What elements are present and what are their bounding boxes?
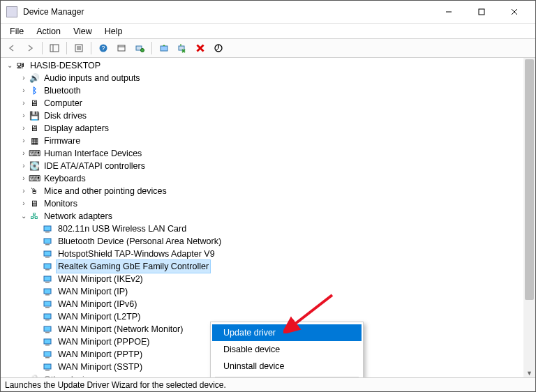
svg-rect-6 <box>75 45 82 52</box>
expander-icon[interactable]: › <box>19 197 29 210</box>
svg-rect-41 <box>44 352 51 356</box>
ctx-disable-device[interactable]: Disable device <box>212 341 362 358</box>
expander-icon[interactable]: ⌄ <box>5 59 15 72</box>
toolbar-separator <box>66 42 67 54</box>
tree-item-label: Disk drives <box>43 110 88 122</box>
hid-icon: ⌨ <box>29 148 40 159</box>
svg-line-19 <box>197 45 203 51</box>
tree-item-label: Realtek Gaming GbE Family Controller <box>57 260 210 273</box>
expander-icon[interactable]: › <box>19 160 29 172</box>
title-bar: Device Manager <box>1 1 535 23</box>
tree-category[interactable]: ›ᛒBluetooth <box>5 84 523 97</box>
svg-rect-33 <box>44 301 51 306</box>
help-button[interactable]: ? <box>95 40 112 56</box>
tree-device[interactable]: Bluetooth Device (Personal Area Network) <box>5 235 523 248</box>
expander-icon[interactable]: › <box>19 147 29 160</box>
bt-icon: ᛒ <box>29 85 40 96</box>
tree-item-label: Firmware <box>43 135 82 147</box>
tree-device[interactable]: Realtek Gaming GbE Family Controller <box>5 260 523 273</box>
svg-rect-17 <box>179 46 184 50</box>
svg-rect-16 <box>161 46 168 51</box>
expander-icon[interactable]: › <box>19 97 29 110</box>
network-adapter-icon <box>43 273 54 285</box>
status-bar: Launches the Update Driver Wizard for th… <box>1 377 535 391</box>
tree-item-label: HASIB-DESKTOP <box>29 59 102 72</box>
tree-category[interactable]: ›⌨Keyboards <box>5 172 523 185</box>
uninstall-device-button[interactable] <box>192 40 209 56</box>
network-adapter-icon <box>43 361 54 372</box>
toolbar-separator <box>42 42 43 54</box>
enable-device-button[interactable] <box>210 40 227 56</box>
tree-device[interactable]: WAN Miniport (IPv6) <box>5 298 523 310</box>
network-adapter-icon <box>43 248 54 259</box>
tree-root[interactable]: ⌄🖳HASIB-DESKTOP <box>5 59 523 72</box>
menu-view[interactable]: View <box>67 25 98 38</box>
forward-button[interactable] <box>22 40 38 56</box>
properties-button[interactable] <box>70 40 87 56</box>
tree-category[interactable]: ⌄🖧Network adapters <box>5 210 523 223</box>
toolbar-separator <box>151 42 152 54</box>
tree-category[interactable]: ›💽IDE ATA/ATAPI controllers <box>5 160 523 172</box>
tree-category[interactable]: ›💾Disk drives <box>5 110 523 122</box>
svg-rect-26 <box>45 257 50 258</box>
tree-device[interactable]: HotspotShield TAP-Windows Adapter V9 <box>5 248 523 260</box>
svg-line-18 <box>197 45 203 51</box>
expander-icon[interactable]: › <box>19 122 29 135</box>
tree-item-label: Bluetooth Device (Personal Area Network) <box>57 235 223 248</box>
tree-category[interactable]: ›▦Firmware <box>5 135 523 147</box>
mouse-icon: 🖱 <box>29 186 40 197</box>
tree-category[interactable]: ›🖥Display adapters <box>5 122 523 135</box>
tree-category[interactable]: ›🖥Monitors <box>5 197 523 210</box>
tree-item-label: Keyboards <box>43 172 87 185</box>
close-button[interactable] <box>498 2 530 22</box>
tree-item-label: WAN Miniport (PPPOE) <box>57 336 151 348</box>
expander-icon[interactable]: › <box>19 135 29 147</box>
tree-item-label: 802.11n USB Wireless LAN Card <box>57 223 188 235</box>
expander-icon[interactable]: › <box>19 84 29 97</box>
svg-rect-21 <box>44 226 51 231</box>
maximize-button[interactable] <box>466 2 497 22</box>
window-title: Device Manager <box>23 7 433 17</box>
tree-item-label: WAN Miniport (IP) <box>57 285 129 298</box>
menu-help[interactable]: Help <box>98 25 129 38</box>
tree-category[interactable]: ›🔊Audio inputs and outputs <box>5 72 523 84</box>
network-adapter-icon <box>43 236 54 247</box>
minimize-button[interactable] <box>433 2 464 22</box>
expander-icon[interactable]: › <box>19 185 29 197</box>
expander-icon[interactable]: › <box>19 72 29 84</box>
tree-category[interactable]: ›⌨Human Interface Devices <box>5 147 523 160</box>
svg-rect-29 <box>44 276 51 281</box>
svg-text:?: ? <box>101 45 105 52</box>
menu-action[interactable]: Action <box>30 25 67 38</box>
ctx-uninstall-device[interactable]: Uninstall device <box>212 358 362 375</box>
svg-rect-44 <box>45 370 50 371</box>
tree-category[interactable]: ›🖥Computer <box>5 97 523 110</box>
tree-category[interactable]: ›🖱Mice and other pointing devices <box>5 185 523 197</box>
scan-hardware-button[interactable] <box>131 40 148 56</box>
svg-rect-4 <box>50 45 59 52</box>
svg-rect-1 <box>479 9 484 15</box>
expander-icon[interactable]: ⌄ <box>19 210 29 223</box>
back-button[interactable] <box>3 40 20 56</box>
computer-root-icon: 🖳 <box>15 60 26 71</box>
action-button[interactable] <box>113 40 130 56</box>
network-adapter-icon <box>43 261 54 272</box>
expander-icon[interactable]: › <box>19 110 29 122</box>
audio-icon: 🔊 <box>29 73 40 84</box>
update-driver-button[interactable] <box>156 40 172 56</box>
svg-rect-24 <box>45 244 50 246</box>
tree-device[interactable]: WAN Miniport (IKEv2) <box>5 273 523 285</box>
svg-rect-34 <box>45 307 50 308</box>
expander-icon[interactable]: › <box>19 172 29 185</box>
tree-device[interactable]: 802.11n USB Wireless LAN Card <box>5 223 523 235</box>
show-hide-console-tree-button[interactable] <box>46 40 63 56</box>
kb-icon: ⌨ <box>29 173 40 184</box>
display-icon: 🖥 <box>29 123 40 134</box>
disable-device-button[interactable] <box>174 40 191 56</box>
vertical-scrollbar[interactable]: ▲ ▼ <box>523 58 535 379</box>
tree-item-label: Network adapters <box>43 210 114 223</box>
ctx-update-driver[interactable]: Update driver <box>212 324 362 341</box>
scroll-thumb[interactable] <box>525 59 534 300</box>
tree-device[interactable]: WAN Miniport (IP) <box>5 285 523 298</box>
menu-file[interactable]: File <box>3 25 30 38</box>
